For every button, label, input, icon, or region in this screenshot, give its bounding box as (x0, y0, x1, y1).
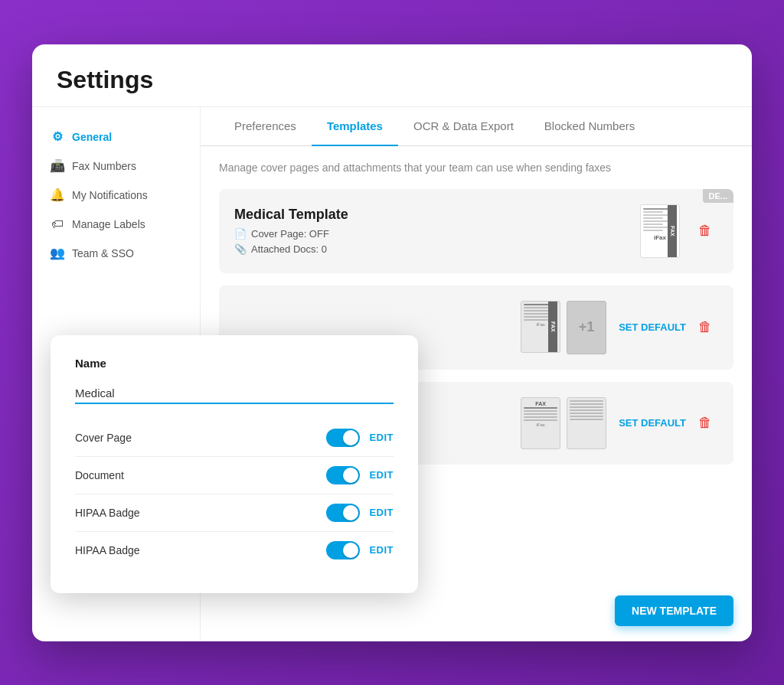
fax-icon: 📠 (51, 159, 64, 173)
document-toggle[interactable] (326, 466, 360, 484)
template-card-1: Medical Template 📄 Cover Page: OFF 📎 Att… (219, 189, 733, 273)
bell-icon: 🔔 (51, 188, 64, 202)
tab-templates[interactable]: Templates (312, 107, 398, 146)
gear-icon: ⚙ (51, 130, 64, 144)
tabs-bar: Preferences Templates OCR & Data Export … (201, 107, 752, 146)
delete-template-2-button[interactable]: 🗑 (692, 316, 718, 338)
cover-page-edit-button[interactable]: EDIT (369, 432, 394, 443)
sidebar-item-fax-numbers[interactable]: 📠 Fax Numbers (32, 152, 200, 181)
preview-page-3b (567, 397, 606, 449)
label-icon: 🏷 (51, 217, 64, 231)
hipaa-badge-1-label: HIPAA Badge (75, 507, 326, 519)
preview-page-2a: FAX iFax (521, 301, 560, 353)
document-controls: EDIT (326, 466, 394, 484)
template-meta-1: 📄 Cover Page: OFF 📎 Attached Docs: 0 (234, 227, 628, 255)
preview-page-1a: FAX iFax (640, 204, 680, 258)
delete-template-1-button[interactable]: 🗑 (692, 220, 718, 242)
sidebar-label-labels: Manage Labels (72, 218, 145, 230)
attached-docs-meta: 📎 Attached Docs: 0 (234, 243, 628, 255)
template-edit-popup: Name Cover Page EDIT Document EDIT HIPAA… (51, 335, 418, 593)
hipaa-badge-2-row: HIPAA Badge EDIT (75, 532, 394, 569)
template-info-1: Medical Template 📄 Cover Page: OFF 📎 Att… (234, 207, 628, 255)
attach-icon: 📎 (234, 243, 247, 255)
document-row-label: Document (75, 469, 326, 481)
sidebar-item-general[interactable]: ⚙ General (32, 122, 200, 152)
document-row: Document EDIT (75, 457, 394, 494)
cover-page-label: Cover Page: OFF (251, 228, 329, 240)
cover-page-row: Cover Page EDIT (75, 419, 394, 457)
document-edit-button[interactable]: EDIT (369, 469, 394, 481)
content-subtitle: Manage cover pages and attachments that … (219, 161, 733, 174)
tab-blocked-numbers[interactable]: Blocked Numbers (529, 107, 650, 146)
sidebar-label-team: Team & SSO (72, 247, 134, 259)
template-actions-3: SET DEFAULT 🗑 (619, 412, 718, 434)
cover-page-controls: EDIT (326, 429, 394, 447)
template-preview-1: FAX iFax (640, 204, 680, 258)
fax-label: FAX (668, 205, 677, 257)
template-actions-2: SET DEFAULT 🗑 (619, 316, 718, 338)
sidebar-item-notifications[interactable]: 🔔 My Notifications (32, 181, 200, 210)
hipaa-badge-2-toggle[interactable] (326, 541, 360, 559)
hipaa-badge-1-controls: EDIT (326, 504, 394, 522)
template-preview-2: FAX iFax +1 (521, 301, 606, 354)
hipaa-badge-1-edit-button[interactable]: EDIT (369, 507, 394, 518)
hipaa-badge-1-row: HIPAA Badge EDIT (75, 494, 394, 532)
cover-page-row-label: Cover Page (75, 432, 326, 444)
tab-ocr-data-export[interactable]: OCR & Data Export (398, 107, 529, 146)
hipaa-badge-2-label: HIPAA Badge (75, 544, 326, 556)
attached-docs-label: Attached Docs: 0 (251, 243, 327, 255)
new-template-button[interactable]: NEW TEMPLATE (615, 595, 733, 626)
set-default-2-button[interactable]: SET DEFAULT (619, 318, 686, 336)
default-badge: DE... (703, 189, 733, 203)
sidebar-label-general: General (72, 131, 112, 143)
popup-title: Name (75, 357, 394, 370)
sidebar-label-fax: Fax Numbers (72, 160, 136, 172)
tab-preferences[interactable]: Preferences (219, 107, 312, 146)
preview-page-3a: FAX iFax (521, 397, 560, 449)
page-title: Settings (57, 66, 727, 94)
hipaa-badge-2-controls: EDIT (326, 541, 394, 559)
doc-icon: 📄 (234, 227, 247, 240)
set-default-3-button[interactable]: SET DEFAULT (619, 414, 686, 432)
template-name-input[interactable] (75, 383, 394, 404)
hipaa-badge-1-toggle[interactable] (326, 504, 360, 522)
sidebar-item-team-sso[interactable]: 👥 Team & SSO (32, 239, 200, 268)
sidebar-item-manage-labels[interactable]: 🏷 Manage Labels (32, 210, 200, 239)
sidebar-label-notifications: My Notifications (72, 189, 148, 201)
settings-header: Settings (32, 44, 752, 107)
template-name-1: Medical Template (234, 207, 628, 223)
team-icon: 👥 (51, 246, 64, 260)
preview-page-2b: +1 (567, 301, 606, 354)
cover-page-toggle[interactable] (326, 429, 360, 447)
main-settings-card: Settings ⚙ General 📠 Fax Numbers 🔔 My No… (32, 44, 752, 641)
template-preview-3: FAX iFax (521, 397, 606, 449)
delete-template-3-button[interactable]: 🗑 (692, 412, 718, 434)
fax-label-2a: FAX (548, 302, 557, 352)
cover-page-meta: 📄 Cover Page: OFF (234, 227, 628, 240)
hipaa-badge-2-edit-button[interactable]: EDIT (369, 544, 394, 556)
name-field-container (75, 383, 394, 419)
